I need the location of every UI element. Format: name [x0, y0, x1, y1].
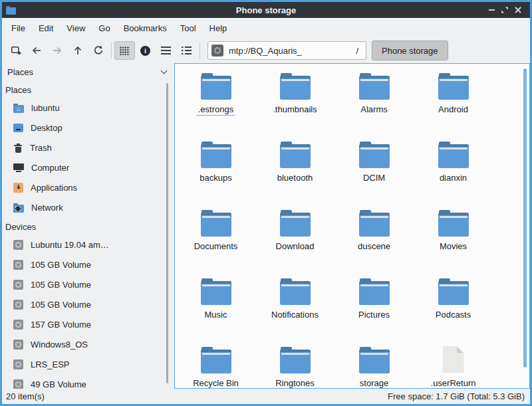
devices-group: Lubuntu 19.04 am… 105 GB Volume 105 GB V…: [2, 235, 174, 389]
file-item[interactable]: Podcasts: [414, 272, 493, 340]
current-folder-button[interactable]: Phone storage: [372, 41, 448, 60]
file-label: Podcasts: [434, 310, 472, 320]
window-controls: [485, 4, 530, 16]
sidebar-device-item[interactable]: 105 GB Volume: [2, 294, 174, 314]
file-item[interactable]: Documents: [176, 203, 255, 272]
file-item[interactable]: Movies: [414, 203, 493, 272]
file-item[interactable]: Music: [176, 272, 255, 340]
sidebar-place-item[interactable]: Network: [2, 197, 174, 217]
new-tab-button[interactable]: [5, 41, 26, 60]
file-label: storage: [358, 378, 390, 389]
sidebar-place-item[interactable]: Trash: [2, 138, 174, 157]
device-label: 105 GB Volume: [31, 300, 91, 310]
drive-icon: [13, 240, 23, 250]
sidebar-device-item[interactable]: 49 GB Volume: [2, 374, 174, 389]
toolbar: mtp://BQ_Aquaris_ / Phone storage: [2, 38, 530, 63]
file-item[interactable]: Ringtones: [255, 340, 334, 389]
file-label: bluetooth: [276, 173, 315, 183]
sidebar-device-item[interactable]: Lubuntu 19.04 am…: [2, 235, 174, 254]
places-group-label: Places: [2, 80, 174, 98]
vertical-scrollbar[interactable]: [523, 68, 527, 367]
drive-icon: [13, 280, 23, 290]
drive-icon: [13, 379, 23, 389]
file-item[interactable]: Recycle Bin: [176, 340, 255, 389]
applications-icon: [13, 183, 23, 193]
device-label: Windows8_OS: [31, 340, 88, 350]
side-pane-header[interactable]: Places: [2, 63, 174, 80]
file-item[interactable]: Download: [255, 203, 334, 272]
folder-icon: [201, 210, 231, 237]
folder-icon: [201, 347, 231, 373]
statusbar: 20 item(s) Free space: 1.7 GiB (Total: 5…: [2, 389, 530, 404]
device-label: 49 GB Volume: [31, 379, 86, 389]
file-item[interactable]: .estrongs: [176, 66, 255, 135]
forward-button[interactable]: [47, 41, 67, 60]
sidebar-device-item[interactable]: LRS_ESP: [2, 354, 174, 374]
minimize-button[interactable]: [485, 4, 498, 16]
close-button[interactable]: [511, 4, 525, 16]
menu-item[interactable]: Tool: [174, 20, 203, 37]
menu-item[interactable]: File: [5, 20, 32, 37]
menu-item[interactable]: Go: [92, 20, 116, 37]
file-label: Notifications: [270, 310, 320, 320]
place-label: Trash: [30, 143, 52, 153]
restore-button[interactable]: [498, 4, 511, 16]
sidebar-place-item[interactable]: Applications: [2, 177, 174, 197]
folder-icon: [438, 210, 469, 237]
place-label: Desktop: [31, 123, 63, 133]
sidebar-device-item[interactable]: 105 GB Volume: [2, 254, 174, 274]
file-item[interactable]: bluetooth: [255, 135, 334, 203]
path-bar[interactable]: mtp://BQ_Aquaris_ /: [207, 41, 366, 60]
places-group: lubuntu Desktop Trash: [2, 98, 174, 217]
file-item[interactable]: Android: [414, 66, 493, 135]
file-label: Download: [275, 241, 316, 252]
home-folder-icon: [13, 103, 24, 113]
sidebar-place-item[interactable]: lubuntu: [2, 98, 174, 118]
back-button[interactable]: [26, 41, 47, 60]
items-count: 20 item(s): [6, 391, 45, 401]
folder-icon: [201, 73, 231, 100]
icon-view-button[interactable]: [114, 41, 135, 60]
file-item[interactable]: duscene: [334, 203, 414, 272]
file-item[interactable]: .thumbnails: [255, 66, 334, 135]
file-label: Pictures: [357, 310, 391, 320]
file-item[interactable]: DCIM: [334, 135, 414, 203]
window-title: Phone storage: [2, 5, 530, 15]
place-label: Computer: [31, 163, 69, 173]
chevron-down-icon: [161, 67, 168, 74]
file-item[interactable]: .userReturn: [414, 340, 493, 389]
sidebar-device-item[interactable]: 157 GB Volume: [2, 314, 174, 334]
menu-item[interactable]: Help: [203, 20, 234, 37]
refresh-button[interactable]: [88, 41, 108, 60]
file-icon: [443, 346, 464, 373]
menu-item[interactable]: Edit: [32, 20, 60, 37]
sidebar-place-item[interactable]: Desktop: [2, 118, 174, 138]
device-label: 105 GB Volume: [31, 280, 91, 290]
path-separator: /: [356, 46, 360, 56]
sidebar-device-item[interactable]: 105 GB Volume: [2, 274, 174, 294]
close-icon: [515, 7, 522, 14]
menu-item[interactable]: View: [60, 20, 92, 37]
folder-icon: [359, 142, 390, 168]
file-item[interactable]: storage: [334, 340, 414, 389]
sidebar-place-item[interactable]: Computer: [2, 157, 174, 177]
file-item[interactable]: Alarms: [334, 66, 414, 135]
menu-item[interactable]: Bookmarks: [117, 20, 174, 37]
file-item[interactable]: Pictures: [334, 272, 414, 340]
sidebar-scrollbar[interactable]: [166, 83, 168, 383]
device-label: LRS_ESP: [31, 359, 70, 369]
places-tree: Places lubuntu Desktop: [2, 80, 174, 389]
file-item[interactable]: Notifications: [255, 272, 334, 340]
up-icon: [72, 45, 83, 56]
compact-view-button[interactable]: [156, 41, 176, 60]
detailed-list-view-button[interactable]: [176, 41, 197, 60]
place-label: Network: [31, 203, 63, 213]
compact-view-icon: [161, 47, 171, 54]
sidebar-device-item[interactable]: Windows8_OS: [2, 334, 174, 354]
file-item[interactable]: backups: [176, 135, 255, 203]
sidebar: Places Places lubuntu Desktop: [2, 63, 174, 389]
file-item[interactable]: dianxin: [414, 135, 493, 203]
up-button[interactable]: [67, 41, 88, 60]
toolbar-separator: [111, 43, 112, 58]
info-button[interactable]: [135, 41, 156, 60]
